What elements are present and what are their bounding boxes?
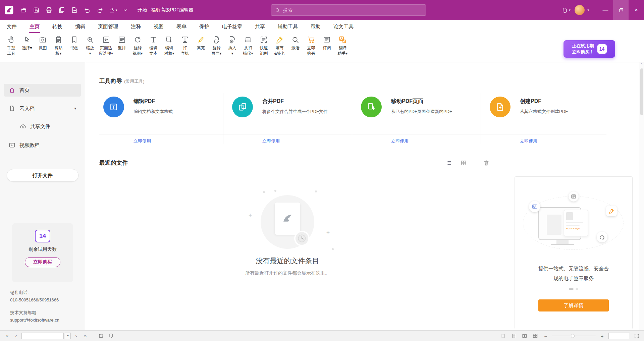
ribbon-edit-object[interactable]: 编辑 对象▾	[161, 36, 177, 56]
fullscreen-button[interactable]	[633, 332, 641, 340]
trial-banner[interactable]: 正在试用期 立即购买！ 14	[564, 40, 615, 58]
list-view-button[interactable]	[445, 159, 453, 167]
menu-item-file[interactable]: 文件	[6, 20, 17, 33]
undo-button[interactable]	[82, 4, 93, 16]
close-button[interactable]: ×	[629, 0, 644, 20]
avatar[interactable]	[575, 5, 585, 15]
zoom-slider[interactable]	[552, 336, 596, 336]
content-scrollbar[interactable]: ^	[639, 62, 644, 330]
first-page-button[interactable]: «	[3, 332, 11, 340]
grid-view-button[interactable]	[460, 159, 468, 167]
ribbon-highlight[interactable]: 高亮	[193, 36, 209, 51]
ribbon-activate[interactable]: 激活	[287, 36, 303, 51]
copy-document-button[interactable]	[56, 4, 67, 16]
ribbon-insert[interactable]: 插入 ▾	[224, 36, 240, 56]
ribbon-snapshot[interactable]: 截图	[35, 36, 51, 51]
zoom-slider-handle[interactable]	[571, 334, 575, 338]
minimize-button[interactable]: —	[598, 0, 613, 20]
caret-down-icon[interactable]: ▾	[74, 106, 76, 111]
notifications-button[interactable]: ▾	[560, 4, 571, 16]
menu-item-view[interactable]: 视图	[153, 20, 164, 33]
menu-item-comment[interactable]: 注释	[130, 20, 142, 33]
buy-now-button[interactable]: 立即购买	[25, 257, 60, 267]
open-file-button[interactable]	[18, 4, 29, 16]
menu-item-accessibility[interactable]: 辅助工具	[277, 20, 299, 33]
tool-card-create-pdf[interactable]: 创建PDF 从其它格式文件创建PDF 立即使用	[486, 95, 606, 146]
carousel-dot-active[interactable]	[569, 288, 574, 290]
clear-recent-button[interactable]	[482, 159, 490, 167]
ribbon-clipboard[interactable]: 剪贴 板▾	[51, 36, 66, 56]
ribbon-edit-text[interactable]: 编辑 文本	[146, 36, 161, 56]
zoom-level-input[interactable]	[608, 333, 630, 339]
ribbon-select[interactable]: 选择▾	[19, 36, 35, 51]
app-logo-icon[interactable]	[4, 5, 14, 15]
ribbon-quick-ocr[interactable]: 快速 识别	[256, 36, 272, 56]
continuous-view-button[interactable]	[510, 332, 518, 340]
ribbon-bookmark[interactable]: 书签	[66, 36, 82, 51]
open-file-button-sidebar[interactable]: 打开文件	[7, 169, 78, 182]
create-pdf-use-link[interactable]: 立即使用	[520, 138, 537, 144]
search-input[interactable]	[283, 7, 422, 13]
duplicate-page-button[interactable]	[107, 332, 115, 340]
menu-item-edit[interactable]: 编辑	[74, 20, 86, 33]
search-box[interactable]	[271, 4, 426, 16]
merge-pdf-use-link[interactable]: 立即使用	[262, 138, 280, 144]
ribbon-hand-tool[interactable]: 手型 工具	[3, 36, 19, 56]
sidebar-item-cloud-docs[interactable]: 云文档 ▾	[4, 102, 81, 115]
account-caret-icon[interactable]: ▾	[587, 9, 589, 12]
redo-button[interactable]	[95, 4, 105, 16]
carousel-dot[interactable]	[576, 288, 578, 290]
menu-item-paper-tools[interactable]: 论文工具	[333, 20, 354, 33]
tool-card-move-pages[interactable]: 移动PDF页面 从已有的PDF页面创建新的PDF 立即使用	[357, 95, 478, 146]
zoom-in-button[interactable]: +	[598, 332, 606, 340]
move-pages-use-link[interactable]: 立即使用	[391, 138, 409, 144]
edit-pdf-use-link[interactable]: 立即使用	[133, 138, 151, 144]
ribbon-typewriter[interactable]: 打 字机	[177, 36, 193, 56]
grab-tool-button[interactable]: ▾	[107, 4, 118, 16]
menu-item-esign[interactable]: 电子签章	[221, 20, 243, 33]
ribbon-page-fit-options[interactable]: 页面适 应选项▾	[98, 36, 114, 56]
tool-card-merge-pdf[interactable]: 合并PDF 将多个文件合并生成一个PDF文件 立即使用	[228, 95, 349, 146]
carousel-dots[interactable]	[515, 288, 632, 290]
page-number-input[interactable]	[21, 333, 64, 339]
ribbon-rotate-view[interactable]: 旋转 视图▾	[130, 36, 146, 56]
ribbon-translate-assistant[interactable]: 翻译 助手▾	[335, 36, 351, 56]
single-page-view-button[interactable]	[499, 332, 507, 340]
menu-item-protect[interactable]: 保护	[199, 20, 210, 33]
sidebar-item-video-tutorials[interactable]: 视频教程	[4, 139, 81, 152]
scroll-up-icon[interactable]: ^	[639, 62, 644, 67]
sidebar-item-home[interactable]: 首页	[4, 84, 81, 97]
export-document-button[interactable]	[69, 4, 80, 16]
ribbon-subscribe[interactable]: 订阅	[319, 36, 335, 51]
learn-more-button[interactable]: 了解详情	[538, 299, 609, 311]
save-button[interactable]	[31, 4, 42, 16]
page-dropdown-button[interactable]: ▾	[65, 333, 71, 339]
zoom-out-button[interactable]: −	[542, 332, 549, 340]
menu-item-help[interactable]: 帮助	[310, 20, 321, 33]
menu-item-convert[interactable]: 转换	[52, 20, 63, 33]
print-button[interactable]	[44, 4, 54, 16]
toolbar-options-button[interactable]	[120, 4, 131, 16]
support-email[interactable]: support@foxitsoftware.cn	[10, 317, 59, 324]
ribbon-from-scanner[interactable]: 从扫 描仪▾	[240, 36, 256, 56]
sidebar-item-shared-files[interactable]: 共享文件	[4, 120, 81, 133]
menu-item-share[interactable]: 共享	[254, 20, 266, 33]
menu-item-home[interactable]: 主页	[29, 20, 40, 33]
maximize-button[interactable]	[613, 0, 629, 20]
next-page-button[interactable]: ›	[72, 332, 80, 340]
card-divider	[481, 93, 481, 144]
last-page-button[interactable]: »	[82, 332, 89, 340]
menu-item-form[interactable]: 表单	[176, 20, 187, 33]
snapshot-button[interactable]	[97, 332, 105, 340]
ribbon-rotate-pages[interactable]: 旋转 页面▾	[209, 36, 224, 56]
scrollbar-thumb[interactable]	[640, 68, 643, 115]
ribbon-reflow[interactable]: 重排	[114, 36, 130, 51]
ribbon-fill-sign[interactable]: 填写 &签名	[272, 36, 287, 56]
two-page-view-button[interactable]	[521, 332, 529, 340]
ribbon-zoom[interactable]: 缩放 ▾	[82, 36, 98, 56]
previous-page-button[interactable]: ‹	[12, 332, 20, 340]
tool-card-edit-pdf[interactable]: 编辑PDF 编辑文档和文本格式 立即使用	[99, 95, 220, 146]
ribbon-buy-now[interactable]: 立即 购买	[303, 36, 319, 56]
two-page-continuous-view-button[interactable]	[531, 332, 539, 340]
menu-item-page-manage[interactable]: 页面管理	[97, 20, 119, 33]
